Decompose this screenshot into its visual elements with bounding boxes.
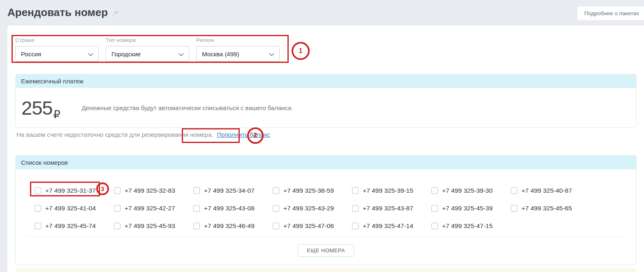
annotation-box-3: [30, 182, 100, 196]
checkbox[interactable]: [114, 223, 120, 229]
checkbox[interactable]: [352, 223, 359, 229]
number-option[interactable]: +7 499 325-34-07: [193, 182, 273, 199]
checkbox[interactable]: [431, 187, 438, 194]
checkbox[interactable]: [193, 223, 200, 229]
number-option[interactable]: +7 499 325-38-59: [273, 182, 352, 199]
checkbox[interactable]: [35, 223, 41, 229]
annotation-badge-3: 3: [96, 182, 109, 195]
number-option[interactable]: +7 499 325-47-15: [431, 217, 511, 235]
annotation-box-1: [12, 35, 289, 63]
number-option[interactable]: +7 499 325-46-49: [193, 217, 273, 235]
checkbox[interactable]: [114, 187, 120, 194]
numbers-list-body: +7 499 325-31-37 +7 499 325-32-83 +7 499…: [15, 169, 637, 265]
number-option[interactable]: +7 499 325-43-29: [273, 199, 352, 217]
checkbox[interactable]: [273, 205, 279, 212]
monthly-payment-body: 255 ₽ Денежные средства будут автоматиче…: [15, 88, 637, 128]
next-section-header: [15, 268, 637, 272]
checkbox[interactable]: [35, 205, 41, 212]
checkbox[interactable]: [114, 205, 120, 212]
numbers-list-card: Список номеров +7 499 325-31-37 +7 499 3…: [15, 155, 637, 265]
checkbox[interactable]: [431, 223, 438, 229]
more-numbers-button[interactable]: ЕЩЕ НОМЕРА: [298, 244, 354, 257]
monthly-payment-amount: 255 ₽: [21, 97, 60, 119]
ruble-sign: ₽: [53, 108, 60, 121]
checkbox[interactable]: [431, 205, 438, 212]
numbers-list-header: Список номеров: [15, 155, 637, 169]
page-title: Арендовать номер: [7, 5, 119, 20]
monthly-payment-note: Денежные средства будут автоматически сп…: [82, 104, 292, 111]
checkbox[interactable]: [273, 223, 279, 229]
number-option[interactable]: +7 499 325-47-14: [352, 217, 431, 235]
monthly-payment-header: Ежемесячный платеж: [15, 74, 637, 88]
numbers-grid: +7 499 325-31-37 +7 499 325-32-83 +7 499…: [16, 169, 636, 235]
divider: [25, 236, 625, 237]
number-option[interactable]: +7 499 325-39-15: [352, 182, 431, 199]
checkbox[interactable]: [352, 187, 359, 194]
number-option[interactable]: +7 499 325-47-06: [273, 217, 352, 235]
number-option[interactable]: +7 499 325-41-04: [35, 199, 114, 217]
number-option[interactable]: +7 499 325-45-93: [114, 217, 193, 235]
main-panel: Страна Россия Тип номера Городские Регио…: [7, 25, 644, 272]
checkbox[interactable]: [352, 205, 359, 212]
more-numbers-wrap: ЕЩЕ НОМЕРА: [16, 244, 636, 257]
annotation-badge-1: 1: [292, 42, 310, 60]
checkbox[interactable]: [273, 187, 279, 194]
number-option[interactable]: +7 499 325-43-08: [193, 199, 273, 217]
number-option[interactable]: +7 499 325-45-39: [431, 199, 511, 217]
checkbox[interactable]: [511, 187, 517, 194]
number-option[interactable]: +7 499 325-42-27: [114, 199, 193, 217]
amount-value: 255: [21, 97, 52, 119]
checkbox[interactable]: [511, 205, 517, 212]
monthly-payment-card: Ежемесячный платеж 255 ₽ Денежные средст…: [15, 74, 637, 128]
page-title-text: Арендовать номер: [7, 6, 108, 19]
annotation-box-2: [182, 128, 240, 143]
number-option[interactable]: +7 499 325-39-30: [431, 182, 511, 199]
number-option[interactable]: +7 499 325-43-87: [352, 199, 431, 217]
packages-info-button[interactable]: Подробнее о пакетах: [577, 7, 644, 20]
number-option[interactable]: +7 499 325-32-83: [114, 182, 193, 199]
pin-icon[interactable]: [112, 7, 119, 20]
checkbox[interactable]: [193, 187, 200, 194]
number-option[interactable]: +7 499 325-40-87: [511, 182, 590, 199]
number-option[interactable]: +7 499 325-45-74: [35, 217, 114, 235]
checkbox[interactable]: [193, 205, 200, 212]
annotation-badge-2: 2: [247, 127, 264, 144]
number-option[interactable]: +7 499 325-45-65: [511, 199, 590, 217]
